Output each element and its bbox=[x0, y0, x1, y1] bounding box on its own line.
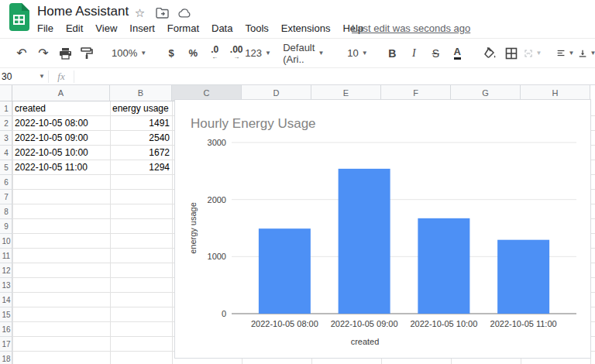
bar bbox=[497, 240, 549, 314]
horizontal-align-icon bbox=[557, 48, 565, 58]
row-header-17[interactable]: 17 bbox=[0, 337, 12, 352]
fill-color-button[interactable] bbox=[481, 44, 498, 63]
fx-icon: fx bbox=[48, 70, 74, 83]
bar bbox=[339, 169, 390, 314]
select-all-corner[interactable] bbox=[0, 85, 12, 101]
y-tick-label: 1000 bbox=[208, 252, 226, 261]
horizontal-align-button[interactable]: ▼ bbox=[557, 44, 574, 63]
last-edit-link[interactable]: Last edit was seconds ago bbox=[352, 22, 470, 34]
y-tick-label: 0 bbox=[222, 309, 226, 318]
print-icon bbox=[59, 47, 72, 60]
row-header-7[interactable]: 7 bbox=[0, 190, 12, 204]
merge-cells-icon bbox=[524, 47, 532, 60]
font-select[interactable]: Default (Ari..▼ bbox=[280, 42, 327, 65]
cell[interactable]: 1491 bbox=[110, 116, 172, 131]
menu-format[interactable]: Format bbox=[161, 21, 205, 36]
embedded-chart[interactable]: Hourly Energy Usage0100020003000energy u… bbox=[174, 99, 591, 359]
gridline bbox=[172, 101, 173, 364]
chart-title: Hourly Energy Usage bbox=[191, 116, 316, 131]
more-formats-button[interactable]: 123▼ bbox=[249, 44, 267, 63]
menu-insert[interactable]: Insert bbox=[123, 21, 161, 36]
column-header-b[interactable]: B bbox=[110, 85, 172, 101]
row-header-16[interactable]: 16 bbox=[0, 322, 12, 337]
move-folder-icon[interactable] bbox=[156, 6, 169, 19]
formula-bar: 30 ▼ fx bbox=[0, 68, 595, 85]
x-tick-label: 2022-10-05 10:00 bbox=[410, 319, 477, 328]
formula-input[interactable] bbox=[74, 68, 595, 84]
format-currency-button[interactable]: $ bbox=[163, 44, 180, 63]
cell[interactable]: energy usage bbox=[110, 101, 172, 116]
paint-format-icon bbox=[81, 47, 93, 60]
menu-file[interactable]: File bbox=[31, 21, 60, 36]
cloud-status-icon[interactable] bbox=[178, 6, 191, 19]
row-header-14[interactable]: 14 bbox=[0, 293, 12, 307]
x-tick-label: 2022-10-05 09:00 bbox=[331, 319, 398, 328]
sheets-logo-icon[interactable] bbox=[8, 3, 29, 31]
text-color-button[interactable]: A bbox=[449, 44, 466, 63]
format-percent-button[interactable]: % bbox=[184, 44, 201, 63]
row-header-10[interactable]: 10 bbox=[0, 234, 12, 249]
x-axis-title: created bbox=[351, 337, 380, 346]
font-size-select[interactable]: 10▼ bbox=[338, 47, 370, 59]
row-header-9[interactable]: 9 bbox=[0, 219, 12, 234]
row-header-3[interactable]: 3 bbox=[0, 131, 12, 146]
menu-tools[interactable]: Tools bbox=[239, 21, 274, 36]
zoom-select[interactable]: 100%▼ bbox=[108, 47, 150, 59]
paint-format-button[interactable] bbox=[78, 44, 95, 63]
menu-edit[interactable]: Edit bbox=[60, 21, 89, 36]
decrease-decimal-button[interactable]: .0← bbox=[206, 44, 223, 63]
x-tick-label: 2022-10-05 08:00 bbox=[251, 319, 318, 328]
bar-chart: Hourly Energy Usage0100020003000energy u… bbox=[175, 100, 590, 358]
cell[interactable]: created bbox=[12, 101, 110, 116]
row-header-4[interactable]: 4 bbox=[0, 146, 12, 160]
menu-data[interactable]: Data bbox=[205, 21, 239, 36]
document-title[interactable]: Home Assistant bbox=[37, 4, 129, 19]
row-header-6[interactable]: 6 bbox=[0, 175, 12, 190]
row-header-13[interactable]: 13 bbox=[0, 278, 12, 293]
y-tick-label: 2000 bbox=[208, 195, 226, 204]
menu-extensions[interactable]: Extensions bbox=[275, 21, 337, 36]
undo-button[interactable]: ↶ bbox=[13, 44, 30, 63]
name-box-caret-icon: ▼ bbox=[39, 73, 45, 80]
strikethrough-button[interactable]: S bbox=[427, 44, 444, 63]
cell[interactable]: 1294 bbox=[110, 160, 172, 175]
x-tick-label: 2022-10-05 11:00 bbox=[490, 319, 557, 328]
row-header-1[interactable]: 1 bbox=[0, 101, 12, 116]
bold-button[interactable]: B bbox=[383, 44, 401, 63]
bar bbox=[259, 228, 311, 314]
row-header-15[interactable]: 15 bbox=[0, 307, 12, 322]
toolbar: ↶ ↷ 100%▼ $ % .0← .00→ 123▼ Default (Ari… bbox=[0, 39, 595, 68]
fill-color-icon bbox=[483, 47, 497, 60]
borders-button[interactable] bbox=[503, 44, 520, 63]
cell[interactable]: 1672 bbox=[110, 146, 172, 160]
row-header-2[interactable]: 2 bbox=[0, 116, 12, 131]
cell[interactable]: 2022-10-05 10:00 bbox=[12, 146, 110, 160]
row-header-12[interactable]: 12 bbox=[0, 263, 12, 278]
menubar: FileEditViewInsertFormatDataToolsExtensi… bbox=[31, 21, 370, 36]
borders-icon bbox=[505, 47, 518, 60]
name-box[interactable]: 30 ▼ bbox=[0, 68, 48, 85]
y-tick-label: 3000 bbox=[208, 138, 226, 147]
cell[interactable]: 2540 bbox=[110, 131, 172, 146]
vertical-align-button[interactable]: ▼ bbox=[579, 44, 595, 63]
vertical-align-icon bbox=[579, 48, 586, 59]
merge-cells-button[interactable]: ▼ bbox=[524, 44, 542, 63]
star-icon[interactable]: ☆ bbox=[133, 6, 146, 19]
row-header-18[interactable]: 18 bbox=[0, 352, 12, 364]
italic-button[interactable]: I bbox=[405, 44, 422, 63]
row-header-8[interactable]: 8 bbox=[0, 204, 12, 219]
menu-view[interactable]: View bbox=[89, 21, 123, 36]
increase-decimal-button[interactable]: .00→ bbox=[228, 44, 245, 63]
print-button[interactable] bbox=[57, 44, 74, 63]
cell[interactable]: 2022-10-05 08:00 bbox=[12, 116, 110, 131]
row-header-11[interactable]: 11 bbox=[0, 249, 12, 263]
row-header-5[interactable]: 5 bbox=[0, 160, 12, 175]
cell[interactable]: 2022-10-05 09:00 bbox=[12, 131, 110, 146]
app-bar: Home Assistant ☆ FileEditViewInsertForma… bbox=[0, 0, 595, 39]
redo-button[interactable]: ↷ bbox=[35, 44, 52, 63]
column-header-a[interactable]: A bbox=[12, 85, 110, 101]
y-axis-title: energy usage bbox=[188, 202, 198, 254]
bar bbox=[418, 218, 469, 314]
cell[interactable]: 2022-10-05 11:00 bbox=[12, 160, 110, 175]
